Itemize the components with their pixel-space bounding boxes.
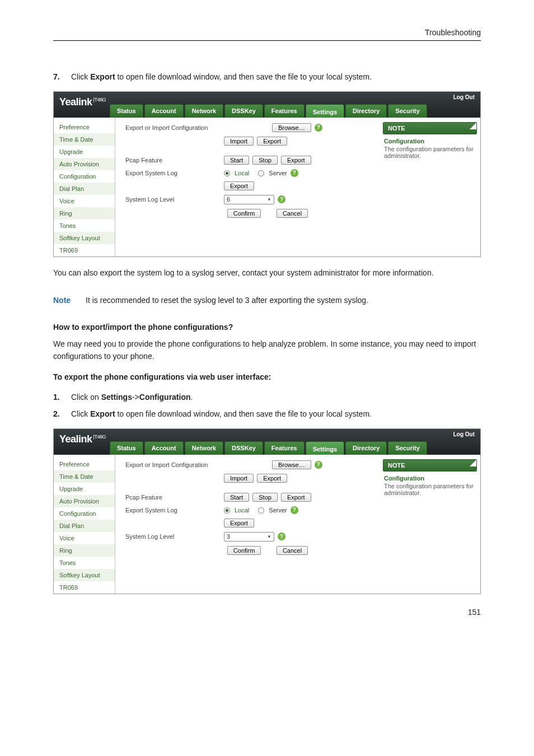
- note-subtitle: Configuration: [384, 475, 476, 482]
- pcap-start-button[interactable]: Start: [224, 156, 249, 165]
- subheading: To export the phone configurations via w…: [53, 372, 481, 381]
- note-block: Note It is recommended to reset the sysl…: [53, 295, 481, 307]
- panel-header: Yealink|T48G Log Out Status Account Netw…: [54, 429, 480, 455]
- syslog-level-select[interactable]: 6▼: [224, 195, 274, 204]
- tab-dsskey[interactable]: DSSKey: [224, 104, 263, 118]
- syslog-export-button[interactable]: Export: [224, 519, 254, 528]
- sidebar-item-softkey[interactable]: Softkey Layout: [54, 232, 115, 244]
- sidebar-item-voice[interactable]: Voice: [54, 532, 115, 544]
- help-icon[interactable]: ?: [278, 533, 285, 540]
- label-export-syslog: Export System Log: [125, 170, 221, 176]
- note-pane: NOTE Configuration The configuration par…: [380, 455, 480, 594]
- export-button[interactable]: Export: [257, 474, 287, 483]
- yealink-panel-1: Yealink|T48G Log Out Status Account Netw…: [53, 91, 481, 257]
- sidebar-item-tr069[interactable]: TR069: [54, 244, 115, 256]
- note-subtitle: Configuration: [384, 138, 476, 144]
- body-text: We may need you to provide the phone con…: [53, 338, 481, 362]
- label-export-import: Export or Import Configuration: [125, 124, 221, 131]
- help-icon[interactable]: ?: [315, 461, 322, 469]
- sidebar-item-upgrade[interactable]: Upgrade: [54, 146, 115, 158]
- radio-server[interactable]: [258, 507, 264, 514]
- sidebar-item-timedate[interactable]: Time & Date: [54, 133, 115, 146]
- syslog-export-button[interactable]: Export: [224, 181, 254, 190]
- sidebar-item-tones[interactable]: Tones: [54, 557, 115, 569]
- radio-local[interactable]: [224, 507, 230, 514]
- subheading: How to export/import the phone configura…: [53, 323, 481, 332]
- tab-network[interactable]: Network: [185, 441, 223, 455]
- chevron-down-icon: ▼: [267, 197, 271, 202]
- cancel-button[interactable]: Cancel: [277, 209, 308, 218]
- sidebar-item-dialplan[interactable]: Dial Plan: [54, 520, 115, 532]
- export-button[interactable]: Export: [257, 137, 287, 146]
- help-icon[interactable]: ?: [278, 195, 285, 203]
- confirm-button[interactable]: Confirm: [227, 546, 261, 555]
- tab-status[interactable]: Status: [110, 441, 143, 455]
- logout-link[interactable]: Log Out: [453, 431, 475, 437]
- sidebar-item-upgrade[interactable]: Upgrade: [54, 483, 115, 495]
- sidebar-item-dialplan[interactable]: Dial Plan: [54, 183, 115, 195]
- sidebar-item-configuration[interactable]: Configuration: [54, 507, 115, 520]
- tab-settings[interactable]: Settings: [306, 104, 344, 118]
- browse-button[interactable]: Browse…: [272, 123, 311, 132]
- label-syslog-level: System Log Level: [125, 533, 221, 540]
- tab-account[interactable]: Account: [144, 441, 184, 455]
- note-pane: NOTE Configuration The configuration par…: [380, 118, 480, 256]
- confirm-button[interactable]: Confirm: [227, 209, 261, 218]
- note-body: The configuration parameters for adminis…: [384, 483, 474, 496]
- tab-security[interactable]: Security: [388, 104, 427, 118]
- tab-status[interactable]: Status: [110, 104, 143, 118]
- label-pcap: Pcap Feature: [125, 494, 221, 501]
- label-pcap: Pcap Feature: [125, 157, 221, 164]
- step-text: Click Export to open file download windo…: [71, 71, 481, 83]
- chevron-down-icon: ▼: [267, 534, 271, 539]
- pcap-start-button[interactable]: Start: [224, 493, 249, 502]
- pcap-stop-button[interactable]: Stop: [252, 156, 278, 165]
- label-syslog-level: System Log Level: [125, 196, 221, 203]
- logout-link[interactable]: Log Out: [453, 94, 475, 100]
- nav-tabs: Status Account Network DSSKey Features S…: [110, 441, 427, 455]
- sidebar-item-tr069[interactable]: TR069: [54, 581, 115, 594]
- tab-directory[interactable]: Directory: [345, 104, 387, 118]
- tab-dsskey[interactable]: DSSKey: [224, 441, 263, 455]
- sidebar-item-timedate[interactable]: Time & Date: [54, 470, 115, 483]
- help-icon[interactable]: ?: [291, 506, 298, 514]
- sidebar-item-autoprovision[interactable]: Auto Provision: [54, 158, 115, 170]
- panel-header: Yealink|T48G Log Out Status Account Netw…: [54, 92, 480, 118]
- pcap-stop-button[interactable]: Stop: [252, 493, 278, 502]
- tab-security[interactable]: Security: [388, 441, 427, 455]
- sidebar-item-autoprovision[interactable]: Auto Provision: [54, 495, 115, 507]
- help-icon[interactable]: ?: [315, 124, 322, 132]
- yealink-panel-2: Yealink|T48G Log Out Status Account Netw…: [53, 428, 481, 594]
- radio-server[interactable]: [258, 170, 264, 176]
- sidebar-item-preference[interactable]: Preference: [54, 121, 115, 133]
- sidebar-item-ring[interactable]: Ring: [54, 207, 115, 220]
- step-text: Click Export to open file download windo…: [71, 408, 481, 421]
- tab-features[interactable]: Features: [264, 104, 305, 118]
- step-number: 1.: [53, 391, 71, 404]
- step-number: 7.: [53, 71, 71, 83]
- tab-features[interactable]: Features: [264, 441, 305, 455]
- tab-directory[interactable]: Directory: [345, 441, 387, 455]
- cancel-button[interactable]: Cancel: [277, 546, 308, 555]
- import-button[interactable]: Import: [224, 137, 254, 146]
- sidebar-item-tones[interactable]: Tones: [54, 220, 115, 232]
- tab-network[interactable]: Network: [185, 104, 223, 118]
- radio-local[interactable]: [224, 170, 230, 176]
- main-content: Export or Import Configuration Browse… ?…: [115, 118, 380, 256]
- syslog-level-select[interactable]: 3▼: [224, 532, 274, 542]
- help-icon[interactable]: ?: [291, 169, 298, 177]
- import-button[interactable]: Import: [224, 474, 254, 483]
- tab-account[interactable]: Account: [144, 104, 184, 118]
- sidebar-item-configuration[interactable]: Configuration: [54, 170, 115, 183]
- label-export-syslog: Export System Log: [125, 507, 221, 514]
- page-number: 151: [53, 608, 481, 617]
- pcap-export-button[interactable]: Export: [281, 493, 311, 502]
- sidebar-item-preference[interactable]: Preference: [54, 458, 115, 470]
- sidebar-item-softkey[interactable]: Softkey Layout: [54, 569, 115, 581]
- step-text: Click on Settings->Configuration.: [71, 391, 481, 404]
- tab-settings[interactable]: Settings: [306, 441, 344, 455]
- browse-button[interactable]: Browse…: [272, 460, 311, 469]
- pcap-export-button[interactable]: Export: [281, 156, 311, 165]
- sidebar-item-voice[interactable]: Voice: [54, 195, 115, 207]
- sidebar-item-ring[interactable]: Ring: [54, 544, 115, 557]
